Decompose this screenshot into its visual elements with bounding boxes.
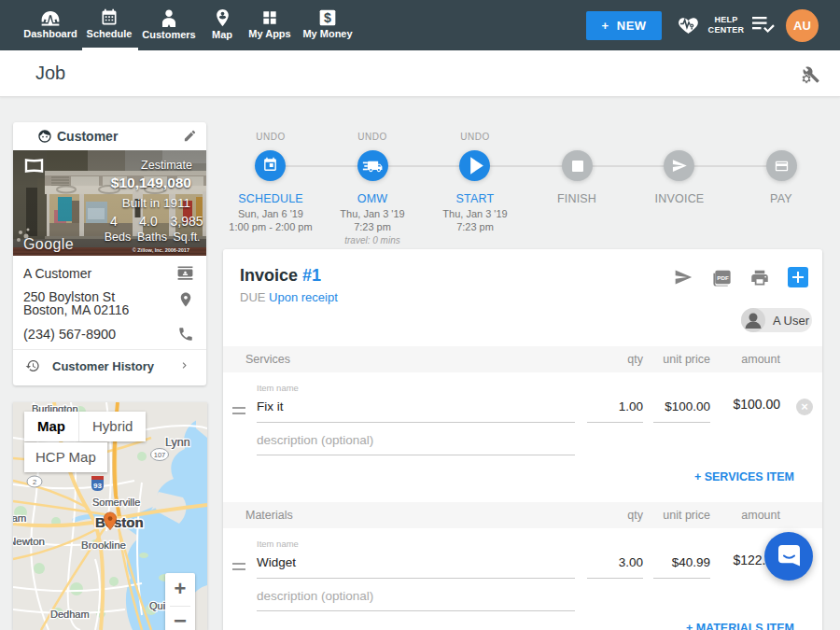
svg-text:$: $: [324, 10, 331, 25]
svg-text:Somerville: Somerville: [92, 497, 140, 508]
svg-text:Boston: Boston: [95, 514, 144, 530]
svg-text:Brookline: Brookline: [81, 539, 126, 551]
svg-text:PDF: PDF: [717, 274, 729, 281]
svg-text:93: 93: [93, 482, 102, 490]
svg-text:Lynn: Lynn: [165, 436, 190, 449]
svg-text:ham: ham: [13, 512, 26, 524]
svg-text:2: 2: [33, 478, 36, 486]
svg-text:Dedham: Dedham: [50, 609, 90, 620]
svg-text:Newton: Newton: [13, 536, 45, 547]
svg-text:107: 107: [154, 451, 166, 459]
